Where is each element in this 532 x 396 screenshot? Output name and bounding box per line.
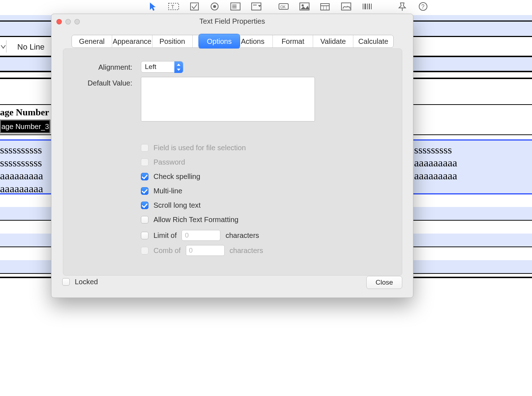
svg-rect-24 [371,4,372,9]
comb-of-value [186,245,225,256]
doc-text-line: aaaaaaaaa [0,170,43,182]
checkbox-label: Scroll long text [153,201,201,209]
app-toolbar: T OK ? [0,0,532,15]
limit-of-checkbox[interactable]: Limit of characters [141,230,259,241]
button-tool-icon[interactable]: OK [278,1,290,11]
multi-line-checkbox[interactable]: Multi-line [141,187,182,195]
doc-text-line: ssssssssss [0,157,42,169]
barcode-tool-icon[interactable] [361,1,373,11]
dialog-titlebar: Text Field Properties [51,14,413,29]
multi-line-input[interactable] [141,187,148,195]
doc-text-line: ssssssssss [0,144,42,156]
checkbox-tool-icon[interactable] [188,1,201,11]
tab-options-selected[interactable]: Options [199,34,240,49]
svg-text:?: ? [421,4,425,10]
page-number-header: age Number [0,107,49,118]
checkbox-label: Check spelling [153,172,200,181]
line-style-label: No Line [17,42,45,52]
checkbox-label: Field is used for file selection [153,144,246,152]
radio-tool-icon[interactable] [208,1,221,11]
svg-rect-22 [367,4,368,9]
svg-rect-20 [363,4,363,9]
dropdown-tool-icon[interactable] [250,1,262,11]
doc-text-line: aaaaaaaaa [0,183,43,195]
date-tool-icon[interactable] [319,1,331,11]
limit-of-input[interactable] [141,232,148,239]
svg-point-14 [302,4,304,6]
svg-rect-21 [364,4,366,9]
dialog-title: Text Field Properties [51,17,413,26]
checkbox-label: Locked [75,278,98,286]
text-field-tool-icon[interactable]: T [168,1,180,11]
chevron-down-icon [0,40,6,52]
password-input [141,158,148,166]
default-value-label: Default Value: [72,79,132,87]
pointer-tool-icon[interactable] [147,1,159,11]
field-file-selection-input [141,144,148,152]
svg-rect-23 [369,4,370,9]
svg-text:T: T [171,4,174,10]
svg-text:OK: OK [280,5,286,9]
svg-point-4 [213,5,216,8]
tab-position[interactable]: Position [152,35,193,47]
limit-of-value[interactable] [182,230,220,241]
alignment-label: Alignment: [72,63,132,72]
characters-label: characters [225,231,259,240]
svg-rect-19 [341,3,351,10]
checkbox-label: Multi-line [153,187,182,195]
locked-checkbox[interactable]: Locked [62,278,98,286]
doc-text-line: aaaaaaaaa [414,170,457,182]
checkbox-label: Limit of [153,231,176,240]
tab-calculate[interactable]: Calculate [353,35,393,47]
scroll-long-text-checkbox[interactable]: Scroll long text [141,201,201,209]
tab-appearance[interactable]: Appearance [112,35,152,47]
tab-format[interactable]: Format [273,35,313,47]
checkbox-label: Allow Rich Text Formatting [153,216,238,224]
check-spelling-checkbox[interactable]: Check spelling [141,172,200,181]
characters-label: characters [230,247,263,255]
allow-rich-text-checkbox[interactable]: Allow Rich Text Formatting [141,216,238,224]
scroll-long-text-input[interactable] [141,202,148,209]
select-arrows-icon [174,61,183,73]
alignment-value: Left [145,63,156,70]
help-icon[interactable]: ? [417,1,429,11]
tab-validate[interactable]: Validate [313,35,353,47]
doc-text-line: aaaaaaaaa [414,157,457,169]
default-value-textarea[interactable] [141,77,315,121]
selected-field-name: age Number_3 [1,120,50,133]
comb-of-checkbox: Comb of characters [141,245,263,256]
check-spelling-input[interactable] [141,173,148,180]
close-button[interactable]: Close [366,276,402,289]
comb-of-input [141,247,148,254]
locked-input[interactable] [62,278,70,286]
alignment-select[interactable]: Left [141,61,183,73]
pin-icon[interactable] [396,1,408,11]
text-field-properties-dialog: Text Field Properties General Appearance… [51,14,413,298]
svg-rect-2 [191,3,198,10]
listbox-tool-icon[interactable] [229,1,242,11]
svg-rect-15 [321,4,329,10]
allow-rich-text-input[interactable] [141,216,148,224]
signature-tool-icon[interactable] [340,1,352,11]
image-tool-icon[interactable] [298,1,311,11]
checkbox-label: Comb of [153,247,181,255]
password-checkbox: Password [141,158,185,166]
field-file-selection-checkbox: Field is used for file selection [141,144,246,152]
tab-general[interactable]: General [72,35,112,47]
doc-text-line: sssssssss [414,144,452,156]
options-panel: Alignment: Left Default Value: Field is … [63,49,402,276]
checkbox-label: Password [153,158,185,166]
